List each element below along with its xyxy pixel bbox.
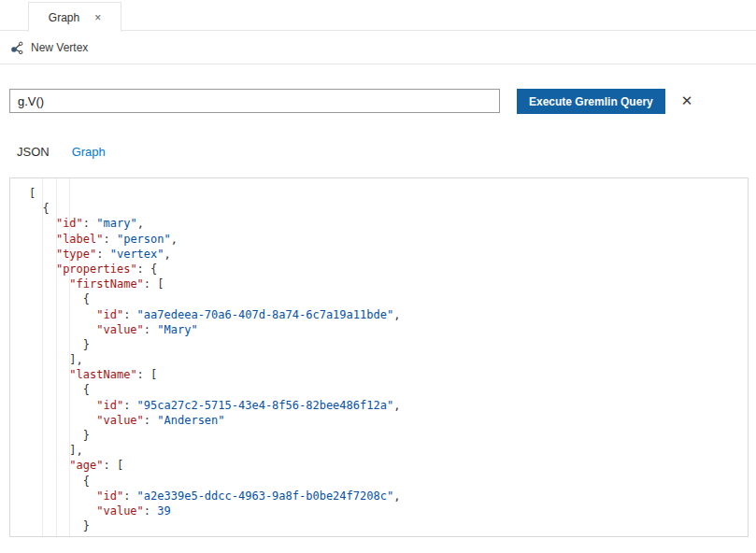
code-line: "properties": { bbox=[29, 262, 748, 276]
code-line: "firstName": [ bbox=[29, 276, 748, 291]
command-bar: New Vertex bbox=[0, 32, 756, 64]
execute-gremlin-query-button[interactable]: Execute Gremlin Query bbox=[517, 89, 665, 114]
code-line: "id": "mary", bbox=[29, 216, 748, 231]
code-line: "lastName": [ bbox=[29, 367, 748, 382]
code-line: "value": "Andersen" bbox=[29, 413, 748, 428]
new-vertex-label: New Vertex bbox=[31, 41, 88, 54]
code-line: } bbox=[29, 428, 748, 443]
code-line: [ bbox=[29, 186, 748, 201]
tab-close-icon[interactable]: × bbox=[94, 12, 101, 23]
code-line: ], bbox=[29, 443, 748, 458]
new-vertex-button[interactable]: New Vertex bbox=[9, 40, 88, 55]
result-view-tabs: JSON Graph bbox=[17, 145, 106, 159]
code-line: "value": "Mary" bbox=[29, 322, 748, 337]
code-line: "id": "aa7edeea-70a6-407d-8a74-6c7a19a11… bbox=[29, 307, 748, 322]
code-line: "age": [ bbox=[29, 458, 748, 473]
code-line: { bbox=[29, 474, 748, 489]
code-line: "type": "vertex", bbox=[29, 247, 748, 262]
data-explorer-graph-pane: Graph × New Vertex Execute Gremlin Query… bbox=[0, 0, 756, 553]
code-line: "value": 39 bbox=[29, 503, 748, 518]
code-line: { bbox=[29, 382, 748, 397]
clear-query-icon[interactable]: ✕ bbox=[677, 92, 697, 109]
code-line: "id": "a2e339e5-ddcc-4963-9a8f-b0be24f72… bbox=[29, 489, 748, 503]
code-line: "id": "95ca27c2-5715-43e4-8f56-82bee486f… bbox=[29, 398, 748, 413]
tab-json-view[interactable]: JSON bbox=[17, 145, 50, 159]
code-line: } bbox=[29, 337, 748, 352]
code-line: "label": "person", bbox=[29, 232, 748, 247]
tab-graph-label: Graph bbox=[49, 11, 79, 24]
code-line: ], bbox=[29, 352, 748, 367]
new-vertex-icon bbox=[9, 40, 24, 55]
tab-graph-view[interactable]: Graph bbox=[72, 145, 106, 159]
code-line: { bbox=[29, 291, 748, 306]
gremlin-query-input[interactable] bbox=[9, 89, 500, 113]
tab-graph[interactable]: Graph × bbox=[28, 2, 121, 32]
json-results-editor[interactable]: [ { "id": "mary", "label": "person", "ty… bbox=[9, 177, 749, 537]
json-editor-code: [ { "id": "mary", "label": "person", "ty… bbox=[10, 178, 748, 533]
code-line: } bbox=[29, 518, 748, 533]
tab-bar: Graph × bbox=[0, 0, 756, 31]
code-line: { bbox=[29, 201, 748, 216]
